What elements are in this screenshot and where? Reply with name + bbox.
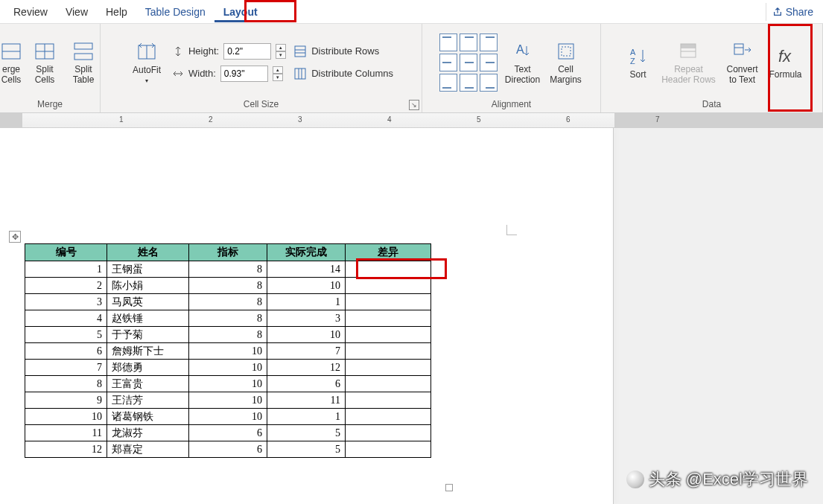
- cell-diff[interactable]: [346, 409, 431, 425]
- table-row[interactable]: 2陈小娟810: [25, 278, 431, 294]
- cell-diff[interactable]: [346, 261, 431, 278]
- align-middle-center[interactable]: [460, 54, 477, 71]
- table-row[interactable]: 11龙淑芬65: [25, 425, 431, 441]
- cell-name[interactable]: 龙淑芬: [107, 425, 189, 441]
- cell-id[interactable]: 8: [25, 376, 107, 392]
- height-input[interactable]: [223, 43, 271, 60]
- cell-name[interactable]: 陈小娟: [107, 278, 189, 294]
- cell-id[interactable]: 11: [25, 425, 107, 441]
- table-row[interactable]: 5于予菊810: [25, 327, 431, 343]
- cell-diff[interactable]: [346, 327, 431, 343]
- table-row[interactable]: 8王富贵106: [25, 376, 431, 392]
- cell-diff[interactable]: [346, 360, 431, 376]
- cell-target[interactable]: 6: [189, 425, 267, 441]
- cell-actual[interactable]: 5: [267, 441, 346, 458]
- distribute-columns-button[interactable]: Distribute Columns: [293, 67, 393, 80]
- cell-diff[interactable]: [346, 392, 431, 409]
- cell-diff[interactable]: [346, 376, 431, 392]
- cell-actual[interactable]: 3: [267, 310, 346, 327]
- menu-review[interactable]: Review: [4, 1, 57, 22]
- cell-name[interactable]: 詹姆斯下士: [107, 343, 189, 360]
- cell-id[interactable]: 12: [25, 441, 107, 458]
- cell-name[interactable]: 于予菊: [107, 327, 189, 343]
- cell-name[interactable]: 马凤英: [107, 294, 189, 310]
- cell-diff[interactable]: [346, 343, 431, 360]
- menu-help[interactable]: Help: [97, 1, 136, 22]
- cell-id[interactable]: 9: [25, 392, 107, 409]
- convert-to-text-button[interactable]: Convert to Text: [722, 33, 763, 92]
- menu-view[interactable]: View: [57, 1, 97, 22]
- align-middle-left[interactable]: [439, 54, 457, 71]
- height-spinner[interactable]: ▴▾: [276, 44, 286, 59]
- formula-button[interactable]: fx Formula: [768, 33, 804, 92]
- cell-target[interactable]: 10: [189, 343, 267, 360]
- table-row[interactable]: 1王钢蛋814: [25, 261, 431, 278]
- cell-name[interactable]: 诸葛钢铁: [107, 409, 189, 425]
- cell-id[interactable]: 5: [25, 327, 107, 343]
- align-bottom-center[interactable]: [460, 74, 477, 92]
- cell-id[interactable]: 4: [25, 310, 107, 327]
- cell-id[interactable]: 7: [25, 360, 107, 376]
- autofit-button[interactable]: AutoFit ▾: [129, 33, 165, 92]
- sort-button[interactable]: AZ Sort: [620, 33, 656, 92]
- align-top-right[interactable]: [480, 34, 498, 51]
- split-cells-button[interactable]: Split Cells: [27, 33, 63, 92]
- cell-actual[interactable]: 10: [267, 278, 346, 294]
- cell-target[interactable]: 8: [189, 294, 267, 310]
- cell-diff[interactable]: [346, 310, 431, 327]
- cell-name[interactable]: 赵铁锤: [107, 310, 189, 327]
- repeat-header-rows-button[interactable]: Repeat Header Rows: [661, 33, 717, 92]
- cell-name[interactable]: 王钢蛋: [107, 261, 189, 278]
- cell-name[interactable]: 郑喜定: [107, 441, 189, 458]
- cell-id[interactable]: 2: [25, 278, 107, 294]
- cell-diff[interactable]: [346, 425, 431, 441]
- align-top-left[interactable]: [439, 34, 457, 51]
- cell-target[interactable]: 10: [189, 409, 267, 425]
- cell-id[interactable]: 10: [25, 409, 107, 425]
- distribute-rows-button[interactable]: Distribute Rows: [293, 45, 393, 58]
- cell-diff[interactable]: [346, 278, 431, 294]
- cell-name[interactable]: 王富贵: [107, 376, 189, 392]
- cell-size-dialog-launcher[interactable]: ↘: [409, 100, 419, 110]
- table-row[interactable]: 7郑德勇1012: [25, 360, 431, 376]
- cell-actual[interactable]: 1: [267, 409, 346, 425]
- cell-name[interactable]: 王洁芳: [107, 392, 189, 409]
- table-resize-handle[interactable]: [445, 484, 453, 491]
- cell-name[interactable]: 郑德勇: [107, 360, 189, 376]
- cell-target[interactable]: 8: [189, 327, 267, 343]
- cell-target[interactable]: 8: [189, 278, 267, 294]
- menu-layout[interactable]: Layout: [215, 1, 267, 22]
- table-row[interactable]: 3马凤英81: [25, 294, 431, 310]
- cell-actual[interactable]: 12: [267, 360, 346, 376]
- cell-target[interactable]: 8: [189, 310, 267, 327]
- cell-target[interactable]: 8: [189, 261, 267, 278]
- cell-target[interactable]: 10: [189, 392, 267, 409]
- merge-cells-button[interactable]: erge Cells: [0, 33, 24, 92]
- table-row[interactable]: 9王洁芳1011: [25, 392, 431, 409]
- split-table-button[interactable]: Split Table: [66, 33, 101, 92]
- table-row[interactable]: 4赵铁锤83: [25, 310, 431, 327]
- cell-actual[interactable]: 5: [267, 425, 346, 441]
- table-move-handle[interactable]: ✥: [9, 231, 21, 243]
- align-bottom-left[interactable]: [439, 74, 457, 92]
- cell-id[interactable]: 3: [25, 294, 107, 310]
- align-bottom-right[interactable]: [480, 74, 498, 92]
- cell-actual[interactable]: 11: [267, 392, 346, 409]
- cell-target[interactable]: 6: [189, 441, 267, 458]
- cell-diff[interactable]: [346, 441, 431, 458]
- cell-actual[interactable]: 14: [267, 261, 346, 278]
- align-middle-right[interactable]: [480, 54, 498, 71]
- width-spinner[interactable]: ▴▾: [273, 66, 283, 81]
- cell-actual[interactable]: 7: [267, 343, 346, 360]
- cell-actual[interactable]: 10: [267, 327, 346, 343]
- menu-table-design[interactable]: Table Design: [136, 1, 215, 22]
- cell-actual[interactable]: 6: [267, 376, 346, 392]
- cell-diff[interactable]: [346, 294, 431, 310]
- document-area[interactable]: ✥ 编号 姓名 指标 实际完成 差异 1王钢蛋8142陈小娟8103马凤英814…: [0, 128, 823, 504]
- cell-margins-button[interactable]: Cell Margins: [548, 33, 584, 92]
- cell-actual[interactable]: 1: [267, 294, 346, 310]
- share-button[interactable]: Share: [766, 3, 819, 21]
- table-row[interactable]: 10诸葛钢铁101: [25, 409, 431, 425]
- text-direction-button[interactable]: A Text Direction: [505, 33, 541, 92]
- cell-id[interactable]: 6: [25, 343, 107, 360]
